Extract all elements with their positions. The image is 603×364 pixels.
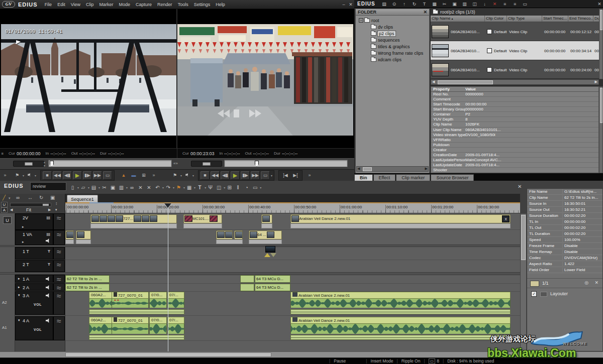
rec-monitor-icon[interactable]: ▭ bbox=[261, 171, 270, 180]
vol-button[interactable]: VOL bbox=[34, 328, 42, 331]
audio-clip-64t3[interactable]: 64 T3 MCu D... bbox=[255, 284, 290, 291]
curve-cell[interactable]: ≈ bbox=[53, 230, 65, 245]
layouter-label[interactable]: Layouter bbox=[550, 291, 568, 296]
menu-capture[interactable]: Capture bbox=[136, 2, 152, 7]
refresh-icon[interactable]: ↻ bbox=[410, 2, 420, 7]
timeline-vscrollbar[interactable] bbox=[520, 213, 527, 351]
audio-clip-name[interactable]: Arabian Veil Dance 2.new.01 bbox=[290, 317, 511, 324]
audio-clip-name[interactable]: 727_0070_01 bbox=[112, 292, 149, 299]
bin-clip-row[interactable]: 060A2B34010... Default Video Clip 00:00:… bbox=[431, 60, 599, 79]
capture-icon[interactable]: ◫ bbox=[470, 2, 480, 7]
tree-item-dv-clips[interactable]: dv clips bbox=[359, 24, 429, 30]
group-mode-icon[interactable]: ▣ bbox=[50, 195, 55, 200]
scale-left-icon[interactable]: ◀ bbox=[10, 208, 13, 212]
u-toggle-button[interactable]: U bbox=[1, 202, 8, 207]
close-icon[interactable]: ✕ bbox=[518, 184, 522, 189]
rec-position-slider[interactable] bbox=[224, 160, 348, 167]
scroll-left-icon[interactable]: ◀ bbox=[357, 167, 360, 171]
audio-waveform[interactable] bbox=[290, 299, 511, 308]
bin-vscrollbar[interactable] bbox=[599, 9, 603, 79]
scale-right-icon[interactable]: ▶ bbox=[48, 208, 51, 212]
stop-button[interactable]: ■ bbox=[43, 171, 52, 180]
clock-icon[interactable]: ◔ bbox=[242, 185, 251, 190]
updown-icon[interactable]: ↕ bbox=[55, 201, 58, 206]
rec-shuttle-slider[interactable] bbox=[191, 161, 222, 167]
u-track-button[interactable]: U bbox=[3, 216, 12, 224]
add-title-icon[interactable]: T bbox=[195, 185, 204, 190]
folder-hscrollbar[interactable]: ◀ ▶ bbox=[356, 166, 429, 172]
chevron-down-icon[interactable]: ▾ bbox=[192, 174, 194, 177]
track-header-1va[interactable]: 1 VA▤▸ bbox=[15, 230, 53, 245]
properties-icon[interactable]: ≡ bbox=[500, 2, 510, 7]
prev-frame-button[interactable]: ◀▮ bbox=[221, 171, 230, 180]
pen-tool-icon[interactable]: ╱ bbox=[3, 195, 6, 200]
insert-mode-icon[interactable]: ↔ bbox=[28, 195, 33, 200]
curve-cell[interactable]: ≈ bbox=[53, 275, 65, 283]
scroll-right-icon[interactable]: ▶ bbox=[595, 80, 597, 84]
rewind-button[interactable]: ◀◀ bbox=[211, 171, 220, 180]
curve-cell[interactable]: ≈ bbox=[53, 213, 65, 230]
play-button[interactable]: ▶ bbox=[73, 171, 82, 180]
tree-item-titles-graphics[interactable]: titles & graphics bbox=[359, 43, 429, 50]
new-clip-icon[interactable]: ▤ bbox=[379, 2, 389, 7]
clip-mixer-strip[interactable] bbox=[90, 223, 177, 228]
audio-clip[interactable] bbox=[240, 284, 254, 291]
collapse-icon[interactable]: ▾ bbox=[18, 293, 20, 297]
tree-item-wrong-frame-rate[interactable]: Wrong frame rate clips bbox=[359, 50, 429, 56]
tree-item-sequences[interactable]: sequences bbox=[359, 37, 429, 43]
audio-waveform[interactable] bbox=[149, 324, 167, 334]
add-title-icon[interactable]: T bbox=[420, 2, 430, 7]
clip-mixer-strip[interactable] bbox=[76, 239, 91, 244]
col-end-timecode[interactable]: End Timeco... bbox=[568, 16, 593, 22]
rewind-button[interactable]: ◀◀ bbox=[53, 171, 62, 180]
col-duration[interactable]: Dur... bbox=[593, 16, 599, 22]
tab-clip-marker[interactable]: Clip marker bbox=[396, 174, 430, 181]
scroll-thumb[interactable] bbox=[438, 80, 493, 84]
scroll-thumb[interactable] bbox=[600, 88, 602, 123]
up-folder-icon[interactable]: ↑ bbox=[399, 2, 410, 7]
menu-settings[interactable]: Settings bbox=[194, 2, 211, 7]
audio-waveform[interactable] bbox=[167, 299, 184, 308]
audio-clip-64t3[interactable]: 64 T3 MCu D... bbox=[255, 275, 290, 283]
timeline-clip-64[interactable]: 64 ... bbox=[249, 230, 282, 239]
chevron-down-icon[interactable]: ▾ bbox=[271, 174, 272, 177]
menu-help[interactable]: Help bbox=[216, 2, 225, 7]
player-monitor-icon[interactable]: ▭ bbox=[103, 171, 112, 180]
cut-icon[interactable]: ✂ bbox=[100, 185, 109, 190]
title-icon[interactable]: T bbox=[48, 249, 50, 254]
expand-icon[interactable]: ▸ bbox=[22, 225, 24, 229]
tab-source-browser[interactable]: Source Browser bbox=[431, 174, 474, 181]
speaker-icon[interactable] bbox=[46, 277, 50, 281]
chevron-expand-icon[interactable]: » bbox=[149, 171, 158, 180]
timeline-clip-727[interactable]: 727... bbox=[90, 214, 177, 223]
track-header-4a[interactable]: ▾4 AVOL bbox=[15, 316, 53, 340]
audio-waveform[interactable] bbox=[112, 324, 149, 334]
vol-button[interactable]: VOL bbox=[34, 303, 42, 306]
folder-view-icon[interactable]: ▭ bbox=[520, 2, 530, 7]
add-image-icon[interactable]: ▦ bbox=[185, 185, 193, 190]
bin-clip-row[interactable]: 060A2B34010... Default Video Clip 00:00:… bbox=[431, 22, 599, 41]
set-out-button[interactable]: ⚑ bbox=[182, 171, 191, 180]
audio-clip-name[interactable]: 07/0... bbox=[149, 317, 167, 324]
view-mode-icon[interactable]: ≡ bbox=[510, 2, 520, 7]
curve-cell[interactable]: ≈ bbox=[53, 247, 65, 260]
col-clip-type[interactable]: Clip Type bbox=[507, 16, 542, 22]
ffwd-button[interactable]: ▶▶ bbox=[93, 171, 102, 180]
project-name-field[interactable]: review bbox=[30, 182, 66, 191]
paste-icon[interactable]: ▥ bbox=[117, 185, 126, 190]
curve-cell[interactable]: ≈ bbox=[53, 291, 65, 315]
col-start-timecode[interactable]: Start Timec... bbox=[542, 16, 568, 22]
audio-clip-62t2[interactable]: 62 T2 Tilt to 2s in ... bbox=[65, 275, 110, 283]
loop-icon[interactable]: ∞ bbox=[128, 185, 136, 190]
playhead-line[interactable] bbox=[168, 203, 168, 351]
audio-waveform[interactable] bbox=[149, 299, 167, 308]
timeline-clip[interactable] bbox=[234, 230, 243, 239]
import-icon[interactable]: ↓ bbox=[480, 2, 490, 7]
close-icon[interactable]: ✕ bbox=[423, 10, 427, 15]
speaker-icon[interactable] bbox=[46, 238, 50, 243]
playhead-handle[interactable] bbox=[164, 203, 171, 208]
copy-icon[interactable]: ▣ bbox=[450, 2, 460, 7]
scroll-left-icon[interactable]: ◀ bbox=[432, 80, 435, 84]
ffwd-button[interactable]: ▶▶ bbox=[251, 171, 260, 180]
rec-position-handle[interactable] bbox=[255, 161, 259, 167]
